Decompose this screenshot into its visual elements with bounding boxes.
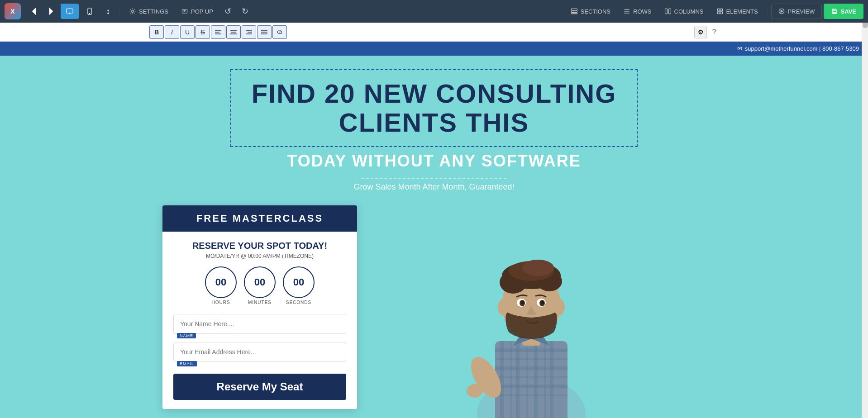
svg-point-65 [521,301,524,304]
desktop-view-button[interactable] [61,4,79,19]
redo-button[interactable]: ↻ [238,4,253,19]
countdown-seconds: 00 SECONDS [283,266,315,305]
logo[interactable]: X [5,3,21,19]
format-help[interactable]: ? [710,28,719,37]
separator-2 [767,5,768,18]
italic-button[interactable]: I [165,25,179,39]
svg-rect-14 [668,9,671,14]
toolbar-right: SECTIONS ROWS COLUMNS ELEMENTS PREVIEW S… [565,4,863,19]
hero-title: FIND 20 NEW CONSULTING CLIENTS THIS [249,79,619,137]
svg-rect-9 [571,13,577,14]
form-panel-date: MO/DATE/YR @ 00:00 AM/PM (TIMEZONE) [173,253,346,259]
svg-rect-6 [182,10,187,13]
countdown-minutes: 00 MINUTES [244,266,276,305]
svg-rect-51 [474,386,492,391]
hero-divider [362,178,506,179]
sections-label: SECTIONS [581,8,610,15]
rows-button[interactable]: ROWS [618,4,657,19]
settings-label: SETTINGS [139,8,168,15]
contact-info: support@motherfunnel.com | 800-867-5309 [745,45,859,52]
logo-text: X [10,8,14,15]
svg-point-67 [498,299,509,315]
justify-button[interactable] [257,25,272,39]
minutes-label: MINUTES [248,300,272,305]
seconds-label: SECONDS [286,300,311,305]
form-panel-body: RESERVE YOUR SPOT TODAY! MO/DATE/YR @ 00… [162,232,357,409]
save-label: SAVE [841,8,856,15]
back-button[interactable] [26,4,42,19]
hero-subtitle: TODAY WITHOUT ANY SOFTWARE [287,152,581,171]
svg-rect-7 [571,9,577,10]
align-right-button[interactable] [242,25,256,39]
forward-button[interactable] [43,4,59,19]
header-strip: ✉ support@motherfunnel.com | 800-867-530… [0,42,868,56]
form-panel-header: FREE MASTERCLASS [162,205,357,232]
name-field-wrap: NAME [173,314,346,334]
main-content: FIND 20 NEW CONSULTING CLIENTS THIS TODA… [0,56,868,418]
svg-rect-20 [833,12,835,13]
elements-button[interactable]: ELEMENTS [711,4,763,19]
svg-rect-18 [720,12,722,14]
sections-button[interactable]: SECTIONS [565,4,616,19]
svg-rect-0 [67,9,73,13]
align-left-button[interactable] [211,25,225,39]
man-illustration [423,205,640,418]
align-center-button[interactable] [226,25,241,39]
email-input[interactable] [173,342,346,362]
countdown-hours: 00 HOURS [205,266,237,305]
form-panel-title: RESERVE YOUR SPOT TODAY! [173,241,346,251]
undo-button[interactable]: ↺ [220,4,236,19]
form-header-text: FREE MASTERCLASS [172,213,348,224]
two-col-layout: FREE MASTERCLASS RESERVE YOUR SPOT TODAY… [162,205,706,418]
hours-label: HOURS [211,300,230,305]
hero-tagline: Grow Sales Month After Month, Guaranteed… [353,182,514,192]
columns-label: COLUMNS [674,8,704,15]
settings-button[interactable]: SETTINGS [124,4,174,19]
scrollbar[interactable] [862,0,868,418]
name-tag: NAME [177,333,196,338]
name-input[interactable] [173,314,346,334]
countdown: 00 HOURS 00 MINUTES 00 SECO [173,266,346,305]
format-gear[interactable]: ⚙ [694,26,707,38]
elements-label: ELEMENTS [726,8,758,15]
svg-rect-8 [571,11,577,12]
underline-button[interactable]: U [180,25,195,39]
svg-rect-35 [495,341,568,418]
preview-button[interactable]: PREVIEW [771,4,822,19]
rows-label: ROWS [633,8,651,15]
svg-rect-15 [717,9,720,11]
svg-point-66 [541,301,544,304]
hero-title-box: FIND 20 NEW CONSULTING CLIENTS THIS [230,69,638,147]
svg-rect-21 [833,9,835,10]
seconds-circle: 00 [283,266,315,298]
toolbar: X ↕ SETTINGS POP UP ↺ ↻ SECTIONS ROWS CO… [0,0,868,23]
pointer-tool-button[interactable]: ↕ [100,4,116,19]
email-tag: EMAIL [177,361,197,366]
bold-button[interactable]: B [149,25,164,39]
preview-label: PREVIEW [788,8,815,15]
mobile-view-button[interactable] [81,4,99,19]
save-button[interactable]: SAVE [824,4,863,19]
support-icon: ✉ [737,45,742,52]
submit-button[interactable]: Reserve My Seat [173,374,346,400]
svg-point-68 [554,299,565,315]
email-field-wrap: EMAIL [173,342,346,362]
form-panel: FREE MASTERCLASS RESERVE YOUR SPOT TODAY… [162,205,357,409]
svg-rect-17 [717,12,720,14]
columns-button[interactable]: COLUMNS [659,4,709,19]
strikethrough-button[interactable]: S [196,25,210,39]
svg-point-60 [522,260,554,276]
svg-point-5 [132,10,134,13]
svg-rect-13 [665,9,667,14]
popup-button[interactable]: POP UP [176,4,219,19]
svg-rect-16 [720,9,722,11]
minutes-circle: 00 [244,266,276,298]
link-button[interactable] [272,25,287,39]
popup-label: POP UP [191,8,213,15]
hours-circle: 00 [205,266,237,298]
svg-point-4 [89,13,90,14]
image-area [357,205,706,418]
separator-1 [119,5,120,18]
format-bar: B I U S ⚙ ? [0,23,868,42]
